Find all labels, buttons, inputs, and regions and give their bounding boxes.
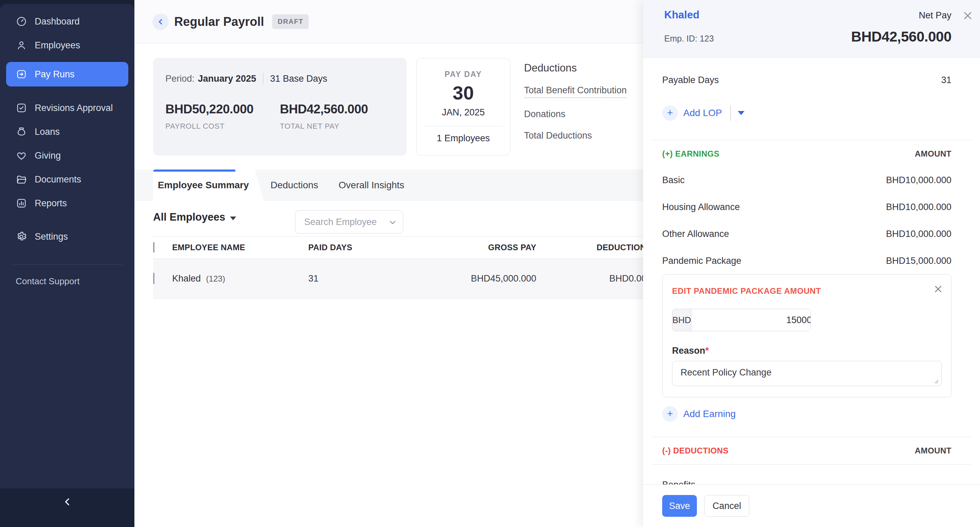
currency-prefix: BHD bbox=[672, 309, 692, 331]
amount-input[interactable] bbox=[692, 309, 811, 331]
earning-row: Housing Allowance BHD10,000.000 bbox=[662, 202, 951, 212]
sidebar-item-loans[interactable]: Loans bbox=[0, 120, 134, 144]
earning-amount[interactable]: BHD10,000.000 bbox=[886, 175, 951, 186]
plus-icon[interactable]: + bbox=[662, 105, 678, 121]
total-net-pay-value: BHD42,560.000 bbox=[280, 102, 395, 116]
page-title: Regular Payroll bbox=[174, 14, 264, 29]
add-earning-button[interactable]: Add Earning bbox=[683, 409, 736, 419]
deductions-summary-title: Deductions bbox=[524, 62, 627, 74]
donations-label: Donations bbox=[524, 109, 627, 119]
add-lop-row: + Add LOP bbox=[662, 105, 951, 121]
table-row[interactable]: Khaled (123) 31 BHD45,000.000 BHD0.000 bbox=[153, 259, 652, 299]
employee-id: Emp. ID: 123 bbox=[664, 34, 714, 44]
resize-handle-icon[interactable] bbox=[934, 379, 939, 384]
sidebar-item-employees[interactable]: Employees bbox=[0, 33, 134, 57]
save-button[interactable]: Save bbox=[662, 495, 697, 517]
table-header-row: EMPLOYEE NAME PAID DAYS GROSS PAY DEDUCT… bbox=[153, 236, 652, 259]
tab-employee-summary[interactable]: Employee Summary bbox=[153, 170, 253, 201]
total-benefit-contribution-link[interactable]: Total Benefit Contribution bbox=[524, 85, 627, 98]
reports-icon bbox=[16, 197, 27, 209]
drawer-header: Khaled Net Pay Emp. ID: 123 BHD42,560.00… bbox=[643, 0, 980, 58]
employee-table: EMPLOYEE NAME PAID DAYS GROSS PAY DEDUCT… bbox=[153, 236, 652, 299]
earning-label: Housing Allowance bbox=[662, 202, 740, 212]
sidebar-item-label: Dashboard bbox=[35, 16, 80, 27]
select-all-checkbox[interactable] bbox=[153, 242, 154, 253]
employee-count: 1 Employees bbox=[417, 133, 510, 144]
chevron-down-icon bbox=[388, 218, 398, 227]
base-days: 31 Base Days bbox=[270, 73, 327, 84]
vertical-divider bbox=[263, 73, 263, 84]
deductions-amount-header: AMOUNT bbox=[915, 446, 951, 455]
drawer-employee-name[interactable]: Khaled bbox=[664, 9, 699, 21]
sidebar-item-settings[interactable]: Settings bbox=[0, 225, 134, 248]
sidebar-item-revisions-approval[interactable]: Revisions Approval bbox=[0, 96, 134, 120]
col-employee-name: EMPLOYEE NAME bbox=[172, 243, 308, 252]
tab-deductions[interactable]: Deductions bbox=[260, 170, 328, 201]
close-icon bbox=[933, 283, 943, 295]
plus-icon[interactable]: + bbox=[662, 406, 678, 422]
pay-day-number: 30 bbox=[417, 82, 510, 104]
vertical-divider bbox=[730, 105, 731, 121]
earning-label: Basic bbox=[662, 175, 685, 186]
sidebar-collapse-button[interactable] bbox=[0, 489, 134, 527]
amount-input-group: BHD bbox=[672, 309, 811, 331]
revisions-icon bbox=[16, 102, 27, 114]
net-pay-value: BHD42,560.000 bbox=[851, 29, 951, 45]
sidebar: Dashboard Employees Pay Runs Revisions A… bbox=[0, 0, 134, 527]
sidebar-item-dashboard[interactable]: Dashboard bbox=[0, 10, 134, 33]
col-gross-pay: GROSS PAY bbox=[424, 243, 536, 252]
net-pay-label: Net Pay bbox=[919, 10, 951, 21]
tab-overall-insights[interactable]: Overall Insights bbox=[328, 170, 414, 201]
status-badge: DRAFT bbox=[272, 14, 309, 29]
sidebar-item-giving[interactable]: Giving bbox=[0, 144, 134, 167]
earning-row: Pandemic Package BHD15,000.000 bbox=[662, 256, 951, 266]
total-net-pay-label: TOTAL NET PAY bbox=[280, 122, 395, 131]
employee-search bbox=[295, 210, 403, 234]
all-employees-dropdown[interactable]: All Employees bbox=[153, 211, 236, 223]
edit-pandemic-package-form: EDIT PANDEMIC PACKAGE AMOUNT BHD Reason*… bbox=[662, 274, 951, 397]
earnings-section-title: (+) EARNINGS bbox=[662, 149, 719, 159]
earning-row: Basic BHD10,000.000 bbox=[662, 175, 951, 186]
period-card: Period: January 2025 31 Base Days BHD50,… bbox=[153, 58, 407, 156]
sidebar-item-label: Giving bbox=[35, 150, 61, 161]
drawer-close-button[interactable] bbox=[962, 10, 974, 22]
earning-amount[interactable]: BHD10,000.000 bbox=[886, 202, 951, 212]
employee-number: (123) bbox=[206, 274, 225, 283]
col-deductions: DEDUCTIONS bbox=[536, 243, 652, 252]
edit-form-close-button[interactable] bbox=[933, 283, 943, 295]
chevron-left-icon bbox=[156, 18, 165, 26]
loans-icon bbox=[16, 126, 27, 137]
drawer-body: Payable Days 31 + Add LOP (+) EARNINGS A… bbox=[643, 75, 980, 490]
sidebar-item-documents[interactable]: Documents bbox=[0, 167, 134, 191]
sidebar-item-reports[interactable]: Reports bbox=[0, 191, 134, 215]
earning-row: Other Allowance BHD10,000.000 bbox=[662, 229, 951, 239]
payroll-cost-label: PAYROLL COST bbox=[165, 122, 280, 131]
giving-icon bbox=[16, 150, 27, 161]
reason-textarea[interactable]: Recent Policy Change bbox=[672, 361, 942, 386]
period-label: Period: bbox=[165, 73, 195, 84]
pay-day-month-year: JAN, 2025 bbox=[417, 107, 510, 118]
caret-down-icon bbox=[230, 217, 236, 220]
period-value: January 2025 bbox=[198, 73, 256, 84]
payable-days-value: 31 bbox=[941, 75, 951, 86]
deductions-value: BHD0.000 bbox=[536, 273, 652, 284]
add-lop-dropdown-icon[interactable] bbox=[738, 111, 745, 115]
contact-support-link[interactable]: Contact Support bbox=[0, 264, 134, 287]
earnings-amount-header: AMOUNT bbox=[915, 149, 951, 159]
sidebar-item-label: Settings bbox=[35, 231, 68, 242]
settings-icon bbox=[16, 231, 27, 242]
earning-amount[interactable]: BHD10,000.000 bbox=[886, 229, 951, 239]
sidebar-item-pay-runs[interactable]: Pay Runs bbox=[6, 62, 128, 86]
back-button[interactable] bbox=[153, 14, 169, 30]
employee-name[interactable]: Khaled bbox=[172, 273, 201, 283]
search-input[interactable] bbox=[295, 211, 403, 233]
row-checkbox[interactable] bbox=[153, 273, 154, 284]
earning-amount[interactable]: BHD15,000.000 bbox=[886, 256, 951, 266]
add-lop-button[interactable]: Add LOP bbox=[683, 108, 722, 118]
deductions-summary: Deductions Total Benefit Contribution Do… bbox=[524, 58, 627, 141]
sidebar-item-label: Loans bbox=[35, 127, 60, 137]
edit-form-title: EDIT PANDEMIC PACKAGE AMOUNT bbox=[672, 286, 942, 296]
pay-day-card: PAY DAY 30 JAN, 2025 1 Employees bbox=[416, 58, 511, 156]
payroll-cost-value: BHD50,220.000 bbox=[165, 102, 280, 116]
cancel-button[interactable]: Cancel bbox=[705, 495, 749, 517]
